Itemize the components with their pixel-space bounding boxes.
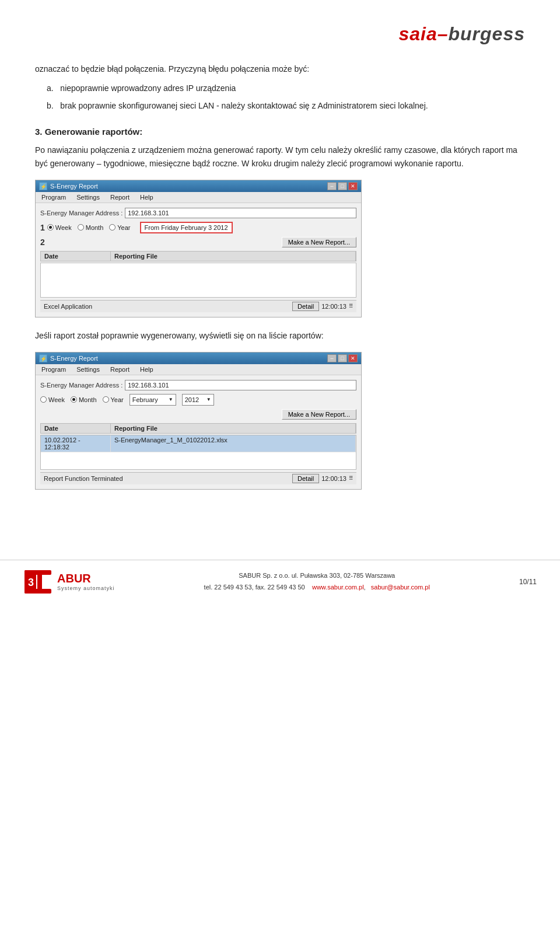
win2-body: S-Energy Manager Address : 192.168.3.101…	[36, 375, 361, 489]
win2-radio-month-label: Month	[79, 396, 97, 403]
window1-screenshot: ⚡ S-Energy Report – □ ✕ Program Settings…	[35, 180, 362, 317]
win1-menu-report[interactable]: Report	[108, 193, 132, 201]
win1-radio-year[interactable]: Year	[109, 224, 130, 231]
win2-radio-year-label: Year	[111, 396, 124, 403]
footer-email-link[interactable]: sabur@sabur.com.pl	[371, 584, 430, 591]
win1-step2-label: 2	[40, 238, 45, 247]
footer-tel: tel. 22 549 43 53, fax. 22 549 43 50 www…	[204, 582, 430, 594]
win2-button-row: Make a New Report...	[40, 409, 356, 420]
win2-status-time: 12:00:13	[321, 475, 346, 482]
footer-logo-subtitle: Systemy automatyki	[57, 585, 115, 592]
win2-detail-btn[interactable]: Detail	[292, 474, 319, 483]
win2-row0-date: 10.02.2012 - 12:18:32	[41, 435, 111, 452]
win1-radio-month[interactable]: Month	[78, 224, 104, 231]
section3-heading: 3. Generowanie raportów:	[35, 125, 525, 139]
win2-radio-month-btn[interactable]	[71, 396, 77, 403]
company-logo: saia–burgess	[398, 23, 525, 45]
win2-title-text: S-Energy Report	[50, 355, 98, 362]
point-a: a. niepoprawnie wprowadzony adres IP urz…	[35, 82, 525, 95]
win2-month-dropdown[interactable]: February ▼	[130, 394, 176, 406]
win2-menu-settings[interactable]: Settings	[74, 365, 102, 374]
footer-center-text: SABUR Sp. z o.o. ul. Puławska 303, 02-78…	[204, 570, 430, 594]
win1-address-input[interactable]: 192.168.3.101	[125, 208, 356, 218]
win2-menubar: Program Settings Report Help	[36, 364, 361, 375]
win2-menu-report[interactable]: Report	[108, 365, 132, 374]
win1-table-header: Date Reporting File	[40, 251, 356, 261]
win1-radio-week-btn[interactable]	[47, 224, 54, 231]
win1-radio-week[interactable]: Week	[47, 224, 72, 231]
win2-menu-program[interactable]: Program	[39, 365, 68, 374]
win1-radio-year-btn[interactable]	[109, 224, 116, 231]
win2-minimize-btn[interactable]: –	[327, 354, 337, 362]
win1-step1-label: 1	[40, 223, 45, 232]
window2-screenshot: ⚡ S-Energy Report – □ ✕ Program Settings…	[35, 352, 362, 490]
win1-menu-help[interactable]: Help	[138, 193, 156, 201]
win1-date-field[interactable]: From Friday February 3 2012	[140, 222, 233, 233]
win2-table-header: Date Reporting File	[40, 423, 356, 434]
win2-address-input[interactable]: 192.168.3.101	[125, 380, 356, 390]
svg-rect-3	[24, 570, 51, 575]
win1-menubar: Program Settings Report Help	[36, 192, 361, 203]
win2-close-btn[interactable]: ✕	[348, 354, 358, 362]
win1-status-time: 12:00:13	[321, 303, 346, 310]
footer-logo-text: ABUR Systemy automatyki	[57, 571, 115, 592]
footer-website-link[interactable]: www.sabur.com.pl	[312, 584, 364, 591]
footer-company: SABUR Sp. z o.o. ul. Puławska 303, 02-78…	[204, 570, 430, 582]
win2-month-dropdown-arrow: ▼	[169, 397, 173, 402]
win2-table-row-0[interactable]: 10.02.2012 - 12:18:32 S-EnergyManager_1_…	[41, 435, 356, 452]
win2-header-date: Date	[41, 424, 111, 433]
footer-logo-name: ABUR	[57, 571, 115, 585]
win1-minimize-btn[interactable]: –	[327, 182, 337, 190]
win2-controls: – □ ✕	[327, 354, 358, 362]
logo-area: saia–burgess	[35, 23, 525, 45]
win1-title-text: S-Energy Report	[50, 183, 98, 190]
win2-resize-icon: ⠿	[349, 475, 353, 481]
win1-menu-program[interactable]: Program	[39, 193, 68, 201]
win1-maximize-btn[interactable]: □	[338, 182, 347, 190]
win2-year-value: 2012	[185, 396, 199, 403]
win2-row0-file: S-EnergyManager_1_M_01022012.xlsx	[111, 435, 356, 452]
win2-radio-year[interactable]: Year	[103, 396, 124, 403]
win2-address-label: S-Energy Manager Address :	[40, 382, 123, 389]
win2-radio-week[interactable]: Week	[40, 396, 65, 403]
win1-statusbar-right: Detail 12:00:13 ⠿	[292, 302, 353, 311]
section3-body: Po nawiązaniu połączenia z urządzeniem m…	[35, 144, 525, 170]
win1-button-row: 2 Make a New Report...	[40, 237, 356, 247]
win1-controls: – □ ✕	[327, 182, 358, 190]
win1-radio-year-label: Year	[117, 224, 130, 231]
point-a-text: niepoprawnie wprowadzony adres IP urządz…	[60, 83, 236, 93]
win2-title-area: ⚡ S-Energy Report	[39, 354, 98, 362]
win2-maximize-btn[interactable]: □	[338, 354, 347, 362]
win2-make-report-btn[interactable]: Make a New Report...	[282, 409, 356, 420]
win1-status-text: Excel Application	[44, 303, 92, 310]
win1-header-file: Reporting File	[111, 252, 356, 261]
win1-make-report-btn[interactable]: Make a New Report...	[282, 237, 356, 247]
win2-radio-month[interactable]: Month	[71, 396, 97, 403]
win2-table-body: 10.02.2012 - 12:18:32 S-EnergyManager_1_…	[40, 435, 356, 470]
point-a-label: a.	[47, 83, 54, 93]
win1-statusbar: Excel Application Detail 12:00:13 ⠿	[40, 300, 356, 312]
win1-radio-row: Week Month Year From Friday February 3 2…	[47, 222, 356, 233]
win2-year-dropdown[interactable]: 2012 ▼	[182, 394, 214, 406]
win1-radio-month-btn[interactable]	[78, 224, 84, 231]
intro-paragraph: oznaczać to będzie błąd połączenia. Przy…	[35, 62, 525, 76]
win2-menu-help[interactable]: Help	[138, 365, 156, 374]
win2-statusbar-right: Detail 12:00:13 ⠿	[292, 474, 353, 483]
win1-table-body	[40, 263, 356, 298]
win1-resize-icon: ⠿	[349, 303, 353, 309]
footer-divider: 3 ABUR Systemy automatyki SABUR Sp. z o.…	[0, 560, 560, 596]
win1-title-area: ⚡ S-Energy Report	[39, 182, 98, 190]
win1-close-btn[interactable]: ✕	[348, 182, 358, 190]
footer-logo: 3 ABUR Systemy automatyki	[23, 567, 115, 596]
win2-address-row: S-Energy Manager Address : 192.168.3.101	[40, 380, 356, 390]
win2-icon: ⚡	[39, 354, 47, 362]
win1-detail-btn[interactable]: Detail	[292, 302, 319, 311]
win1-menu-settings[interactable]: Settings	[74, 193, 102, 201]
footer-logo-svg: 3	[23, 567, 52, 596]
win1-body: S-Energy Manager Address : 192.168.3.101…	[36, 203, 361, 317]
win2-statusbar: Report Function Terminated Detail 12:00:…	[40, 472, 356, 484]
win2-radio-year-btn[interactable]	[103, 396, 109, 403]
win1-header-date: Date	[41, 252, 111, 261]
win2-year-dropdown-arrow: ▼	[206, 397, 211, 402]
win2-radio-week-btn[interactable]	[40, 396, 47, 403]
